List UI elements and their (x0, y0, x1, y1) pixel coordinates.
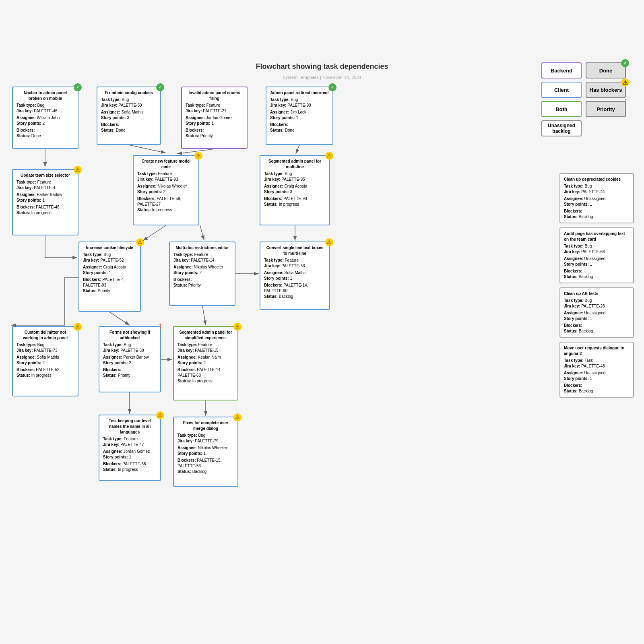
node-n14: ⚠ Test keeping our level names the same … (99, 415, 161, 481)
svg-line-9 (109, 312, 130, 325)
svg-line-6 (200, 225, 204, 240)
node-n11: ⚠ Custom delimitter not working in admin… (12, 326, 78, 396)
node-n15: ⚠ Fixes for complete user merge dialog T… (173, 417, 238, 487)
legend-done: Done ✓ (586, 62, 626, 78)
node-n5: ⚠ Update team size selector Task type: F… (12, 169, 78, 235)
legend-priority: Priority ↑ (586, 101, 626, 117)
node-n8: ⚠ Increase cookie lifecycle Task type: B… (78, 242, 141, 312)
backlog-node-1: Audit page has overlapping text on the t… (559, 227, 634, 283)
node-n2: ✓ Fix admin config cookies Task type: Bu… (97, 87, 161, 145)
backlog-area: Clean up depreciated cookies Task type: … (559, 173, 634, 402)
node-n9: Multi-doc restrictions editor Task type:… (169, 242, 235, 306)
svg-line-4 (296, 145, 299, 154)
node-n12: ↑ Forms not showing if adblocked Task ty… (99, 326, 161, 392)
node-n13: ⚠ Segmented admin panel for simplified e… (173, 326, 238, 400)
node-n1: ✓ Navbar to admin panel broken on mobile… (12, 87, 78, 149)
node-n10: ⚠ Convert single line text boxes to mult… (260, 242, 330, 310)
node-n3: Invalid admin panel enums firing Task ty… (181, 87, 248, 149)
node-n7: ⚠ Segmented admin panel for multi-line T… (260, 155, 330, 225)
svg-line-5 (143, 225, 166, 241)
legend-hasblockers: Has blockers ⚠ (586, 82, 626, 98)
backlog-node-2: Clean up AB tests Task type: Bug Jira ke… (559, 287, 634, 338)
svg-line-2 (129, 145, 166, 153)
svg-line-10 (202, 306, 206, 325)
backlog-node-3: Move user requests dialogue to angular 2… (559, 342, 634, 398)
node-n6: ⚠ Create new feature model code Task typ… (133, 155, 199, 225)
backlog-node-0: Clean up depreciated cookies Task type: … (559, 173, 634, 223)
node-n4: ✓ Admin panel redirect incorrect Task ty… (266, 87, 333, 145)
